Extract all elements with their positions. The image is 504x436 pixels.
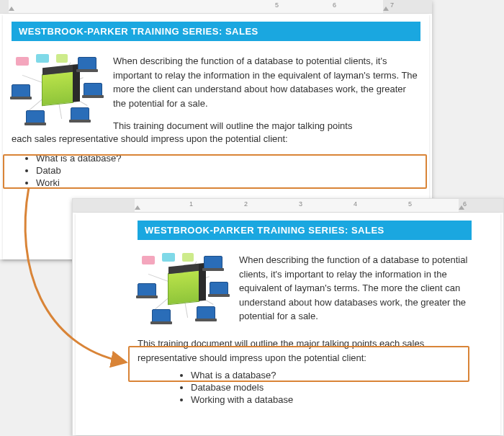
body-paragraph-1: When describing the function of a databa… xyxy=(239,253,472,324)
laptop-icon xyxy=(26,110,45,123)
device-pink-icon xyxy=(142,256,155,264)
document-page[interactable]: WESTBROOK-PARKER TRAINING SERIES: SALES xyxy=(76,213,500,435)
body-paragraph-1: When describing the function of a databa… xyxy=(113,54,420,110)
ruler-tick: 1 xyxy=(189,200,193,208)
list-item: What is a database? xyxy=(36,153,420,164)
doc-title-bar: WESTBROOK-PARKER TRAINING SERIES: SALES xyxy=(12,22,420,41)
after-screenshot: 1 2 3 4 5 6 WESTBROOK-PARKER TRAINING SE… xyxy=(72,198,504,436)
laptop-icon xyxy=(152,309,171,322)
laptop-icon xyxy=(78,57,96,70)
ruler: 5 6 7 xyxy=(0,0,432,14)
device-lime-icon xyxy=(56,54,68,63)
doc-title-bar: WESTBROOK-PARKER TRAINING SERIES: SALES xyxy=(138,221,472,240)
body-paragraph-2-wrapped-continuation: each sales representative should impress… xyxy=(12,133,420,144)
list-item: Datab xyxy=(36,165,420,176)
ruler-tick: 5 xyxy=(275,1,279,9)
ruler-tick: 2 xyxy=(244,200,248,208)
ruler-tick: 5 xyxy=(408,200,412,208)
server-icon xyxy=(42,71,73,107)
server-cluster-illustration xyxy=(12,54,102,123)
ruler-tick: 6 xyxy=(333,1,336,9)
body-paragraph-2-wrapped-start: This training document will outline the … xyxy=(113,119,420,133)
laptop-icon xyxy=(84,83,102,96)
body-paragraph-2: This training document will outline the … xyxy=(138,337,472,365)
ruler: 1 2 3 4 5 6 xyxy=(73,199,503,213)
device-lime-icon xyxy=(182,253,194,262)
indent-marker-right-icon[interactable] xyxy=(459,205,464,210)
list-item: What is a database? xyxy=(191,370,472,381)
indent-marker-left-icon[interactable] xyxy=(135,205,140,210)
laptop-icon xyxy=(12,84,30,97)
list-item: Working with a database xyxy=(191,394,472,405)
indent-marker-right-icon[interactable] xyxy=(383,6,389,11)
bullet-list: What is a database? Database models Work… xyxy=(138,370,472,405)
bullet-list: What is a database? Datab Worki xyxy=(12,153,420,188)
device-pink-icon xyxy=(16,57,29,66)
list-item: Worki xyxy=(36,177,420,188)
laptop-icon xyxy=(210,282,228,295)
ruler-tick: 7 xyxy=(390,1,394,9)
ruler-tick: 4 xyxy=(354,200,357,208)
server-icon xyxy=(168,270,199,306)
server-cluster-illustration xyxy=(138,253,228,321)
laptop-icon xyxy=(204,256,222,269)
indent-marker-left-icon[interactable] xyxy=(9,6,14,11)
laptop-icon xyxy=(71,107,89,120)
list-item: Database models xyxy=(191,382,472,393)
device-cyan-icon xyxy=(162,253,175,262)
laptop-icon xyxy=(197,306,215,319)
laptop-icon xyxy=(138,283,156,296)
device-cyan-icon xyxy=(36,54,49,63)
ruler-tick: 3 xyxy=(299,200,302,208)
